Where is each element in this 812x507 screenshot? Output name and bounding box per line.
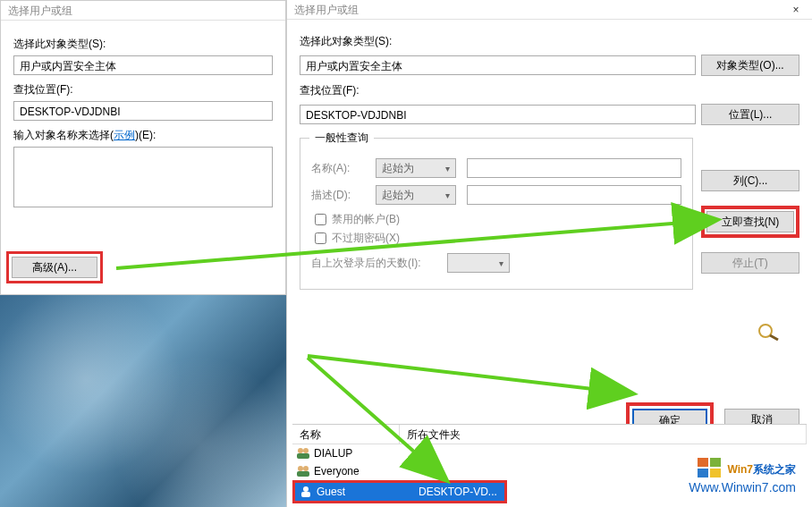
select-user-dialog-basic: 选择用户或组 选择此对象类型(S): 用户或内置安全主体 查找位置(F): DE… xyxy=(0,0,286,295)
highlight-find-now: 立即查找(N) xyxy=(701,206,799,238)
common-query-group: 一般性查询 名称(A): 起始为 ▾ 描述(D): 起始为 ▾ 禁用的 xyxy=(300,138,693,290)
nonexpiring-password-box[interactable] xyxy=(315,232,326,244)
location-label: 查找位置(F): xyxy=(300,83,799,98)
advanced-button[interactable]: 高级(A)... xyxy=(12,257,97,278)
location-field: DESKTOP-VDJDNBI xyxy=(300,105,696,124)
days-since-logon-select[interactable]: ▾ xyxy=(447,253,510,273)
object-type-label: 选择此对象类型(S): xyxy=(13,37,273,52)
nonexpiring-password-checkbox[interactable]: 不过期密码(X) xyxy=(315,231,681,246)
example-link[interactable]: 示例 xyxy=(114,129,135,141)
highlight-advanced: 高级(A)... xyxy=(6,251,103,283)
chevron-down-icon: ▾ xyxy=(445,164,450,173)
svg-point-5 xyxy=(298,466,303,471)
highlight-guest-row: Guest DESKTOP-VD... xyxy=(292,480,507,503)
chevron-down-icon: ▾ xyxy=(499,258,503,268)
desktop-wallpaper xyxy=(0,295,286,507)
group-icon xyxy=(296,464,310,478)
row-folder: DESKTOP-VD... xyxy=(419,486,501,498)
group-icon xyxy=(296,446,310,461)
user-icon xyxy=(299,485,313,499)
name-label: 名称(A): xyxy=(311,161,365,176)
days-since-logon-label: 自上次登录后的天数(I): xyxy=(311,256,436,271)
row-name: Everyone xyxy=(314,465,412,477)
results-header: 名称 所在文件夹 xyxy=(292,425,807,444)
location-field: DESKTOP-VDJDNBI xyxy=(13,101,273,121)
group-legend: 一般性查询 xyxy=(309,131,374,146)
svg-line-1 xyxy=(770,335,778,340)
results-row-selected[interactable]: Guest DESKTOP-VD... xyxy=(295,483,504,501)
row-name: DIALUP xyxy=(314,447,412,460)
stop-button[interactable]: 停止(T) xyxy=(701,252,799,274)
desc-label: 描述(D): xyxy=(311,188,365,203)
name-match-select[interactable]: 起始为 ▾ xyxy=(376,158,456,178)
dialog-title: 选择用户或组 xyxy=(1,1,285,21)
column-folder[interactable]: 所在文件夹 xyxy=(400,425,807,444)
dialog-title: 选择用户或组 xyxy=(294,0,359,19)
enter-names-label: 输入对象名称来选择(示例)(E): xyxy=(13,128,273,143)
row-name: Guest xyxy=(317,486,415,498)
object-type-field: 用户或内置安全主体 xyxy=(300,55,696,75)
disabled-accounts-checkbox[interactable]: 禁用的帐户(B) xyxy=(315,212,681,227)
svg-point-3 xyxy=(303,448,309,453)
search-results-table: 名称 所在文件夹 DIALUP Everyone Guest DESKTOP-V… xyxy=(292,424,807,507)
select-user-dialog-advanced: 选择用户或组 × 选择此对象类型(S): 用户或内置安全主体 对象类型(O)..… xyxy=(286,0,812,507)
nonexpiring-password-label: 不过期密码(X) xyxy=(332,231,400,246)
results-row[interactable]: Everyone xyxy=(292,462,807,480)
find-now-button[interactable]: 立即查找(N) xyxy=(706,211,794,232)
search-icon xyxy=(755,322,785,342)
columns-button[interactable]: 列(C)... xyxy=(701,170,799,191)
desc-match-value: 起始为 xyxy=(382,188,414,203)
desc-input[interactable] xyxy=(467,185,681,205)
object-names-textarea[interactable] xyxy=(13,147,273,207)
object-type-field: 用户或内置安全主体 xyxy=(13,55,273,75)
desc-match-select[interactable]: 起始为 ▾ xyxy=(376,185,456,205)
object-type-label: 选择此对象类型(S): xyxy=(300,34,799,49)
object-types-button[interactable]: 对象类型(O)... xyxy=(701,55,799,76)
disabled-accounts-box[interactable] xyxy=(315,214,326,225)
column-name[interactable]: 名称 xyxy=(292,425,400,444)
svg-point-8 xyxy=(303,486,309,492)
enter-names-post: )(E): xyxy=(135,129,156,141)
results-row[interactable]: DIALUP xyxy=(292,444,807,462)
svg-rect-7 xyxy=(297,471,309,477)
close-icon[interactable]: × xyxy=(787,0,805,19)
enter-names-pre: 输入对象名称来选择( xyxy=(13,129,114,141)
name-input[interactable] xyxy=(467,158,681,178)
locations-button[interactable]: 位置(L)... xyxy=(701,104,799,125)
chevron-down-icon: ▾ xyxy=(445,190,450,200)
name-match-value: 起始为 xyxy=(382,161,414,176)
svg-rect-4 xyxy=(297,453,309,459)
svg-point-2 xyxy=(298,448,303,453)
location-label: 查找位置(F): xyxy=(13,82,273,97)
svg-point-0 xyxy=(759,325,772,337)
svg-rect-9 xyxy=(301,492,310,497)
disabled-accounts-label: 禁用的帐户(B) xyxy=(332,212,400,227)
svg-point-6 xyxy=(303,466,309,471)
